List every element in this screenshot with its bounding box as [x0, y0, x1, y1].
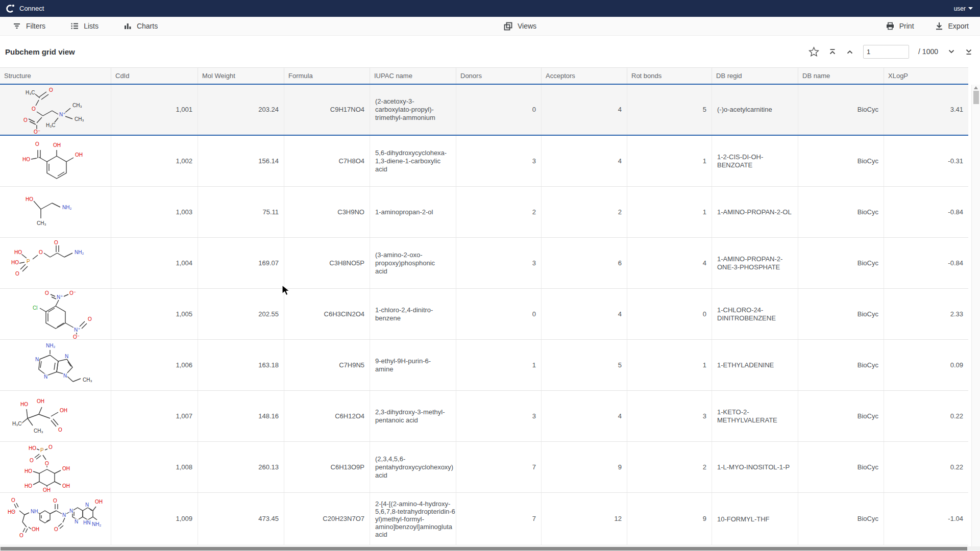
page-number-input[interactable] — [863, 45, 909, 59]
svg-text:OH: OH — [95, 499, 103, 505]
page-total: / 1000 — [918, 47, 938, 56]
scroll-to-top-icon[interactable] — [828, 48, 837, 56]
cell-rot-bonds: 4 — [627, 238, 712, 288]
structure-aminopropanone-phosphate: HOPO HOOO NH₂ — [0, 238, 111, 288]
views-button[interactable]: Views — [503, 21, 536, 31]
column-header-structure[interactable]: Structure — [0, 68, 111, 84]
cell-mol-weight: 203.24 — [198, 85, 284, 135]
charts-button[interactable]: Charts — [123, 21, 158, 31]
cell-db-name: BioCyc — [798, 289, 884, 339]
vertical-scrollbar[interactable] — [971, 85, 980, 546]
next-page-icon[interactable] — [947, 49, 955, 54]
cell-xlogp: -0.31 — [884, 136, 968, 186]
svg-text:CH₃: CH₃ — [37, 220, 46, 226]
cell-xlogp: -0.84 — [884, 238, 968, 288]
column-header-cdid[interactable]: CdId — [111, 68, 198, 84]
column-header-db-name[interactable]: DB name — [798, 68, 884, 84]
brand-name: Connect — [19, 5, 44, 12]
svg-text:NH₂: NH₂ — [92, 521, 101, 527]
table-row[interactable]: HOPO HOOO NH₂ 1,004 169.07 C3H8NO5P (3-a… — [0, 238, 968, 289]
cell-cdid: 1,003 — [111, 187, 198, 237]
cell-iupac-name: 2,3-dihydroxy-3-methyl- pentanoic acid — [370, 391, 456, 441]
cell-acceptors: 4 — [542, 391, 627, 441]
cell-mol-weight: 473.45 — [198, 493, 284, 545]
print-button[interactable]: Print — [886, 21, 914, 31]
cell-acceptors: 12 — [542, 493, 627, 545]
table-row[interactable]: OHO OOH NHO NO NN NHN OHNH₂ 1,009 473.45… — [0, 493, 968, 545]
svg-text:O: O — [53, 498, 57, 504]
cell-xlogp: 0.22 — [884, 391, 968, 441]
svg-text:NH₂: NH₂ — [75, 249, 84, 255]
svg-text:O: O — [45, 461, 49, 466]
column-header-acceptors[interactable]: Acceptors — [542, 68, 627, 84]
table-row[interactable]: HOPO OO HOHOOH OHOH 1,008 260.13 C6H13O9… — [0, 442, 968, 493]
svg-text:N: N — [75, 519, 78, 524]
vertical-scrollbar-thumb[interactable] — [973, 91, 979, 104]
cell-formula: C20H23N7O7 — [284, 493, 370, 545]
scrollbar-up-arrow-icon[interactable] — [974, 86, 978, 89]
scroll-to-bottom-icon[interactable] — [965, 48, 973, 56]
table-row[interactable]: H₃COO N⁺CH₃CH₃ H₃COO⁻ 1,001 203.24 C9H17… — [0, 85, 968, 136]
user-menu[interactable]: user — [954, 5, 973, 12]
export-label: Export — [948, 22, 969, 30]
svg-text:N: N — [69, 508, 73, 514]
favorite-star-icon[interactable] — [808, 46, 819, 57]
column-header-mol-weight[interactable]: Mol Weight — [198, 68, 284, 84]
structure-ethyladenine: NH₂ NN NN CH₃ — [0, 340, 111, 390]
svg-text:O: O — [58, 427, 62, 433]
cell-donors: 7 — [456, 442, 542, 492]
table-row[interactable]: ClN⁺ OO⁻ N⁺OO⁻ 1,005 202.55 C6H3ClN2O4 1… — [0, 289, 968, 340]
table-row[interactable]: HONH₂CH₃ 1,003 75.11 C3H9NO 1-aminopropa… — [0, 187, 968, 238]
column-header-rot-bonds[interactable]: Rot bonds — [627, 68, 712, 84]
column-header-db-regid[interactable]: DB regid — [712, 68, 798, 84]
views-label: Views — [518, 22, 536, 30]
svg-text:H₃C: H₃C — [12, 421, 22, 427]
svg-text:OH: OH — [75, 152, 83, 158]
svg-text:O: O — [49, 87, 53, 93]
caret-down-icon — [968, 7, 973, 10]
top-navbar: Connect user — [0, 0, 980, 17]
cell-donors: 2 — [456, 187, 542, 237]
column-header-donors[interactable]: Donors — [456, 68, 542, 84]
column-header-formula[interactable]: Formula — [284, 68, 370, 84]
svg-text:HO: HO — [29, 445, 36, 451]
column-header-xlogp[interactable]: XLogP — [884, 68, 968, 84]
lists-button[interactable]: Lists — [70, 21, 99, 31]
cell-xlogp: 0.09 — [884, 340, 968, 390]
cell-db-name: BioCyc — [798, 238, 884, 288]
svg-text:CH₃: CH₃ — [75, 116, 84, 122]
svg-text:O: O — [54, 527, 58, 532]
filters-button[interactable]: Filters — [12, 21, 45, 31]
svg-text:OH: OH — [37, 398, 44, 404]
structure-cis-dihydroxy-benzoate: OHO OHOH — [0, 136, 111, 186]
cell-acceptors: 4 — [542, 136, 627, 186]
svg-text:HO: HO — [22, 157, 30, 162]
svg-text:Cl: Cl — [33, 305, 37, 311]
horizontal-scrollbar[interactable] — [0, 546, 980, 551]
views-icon — [503, 21, 513, 31]
svg-text:N: N — [44, 374, 47, 380]
cell-acceptors: 4 — [542, 289, 627, 339]
cell-formula: C6H13O9P — [284, 442, 370, 492]
cell-iupac-name: 1-aminopropan-2-ol — [370, 187, 456, 237]
cell-donors: 0 — [456, 289, 542, 339]
svg-text:N⁺: N⁺ — [57, 294, 63, 300]
svg-text:HO: HO — [20, 402, 28, 407]
svg-text:HO: HO — [26, 196, 33, 202]
export-button[interactable]: Export — [935, 21, 969, 31]
table-row[interactable]: NH₂ NN NN CH₃ 1,006 163.18 C7H9N5 9-ethy… — [0, 340, 968, 391]
cell-acceptors: 5 — [542, 340, 627, 390]
svg-text:O: O — [19, 533, 23, 538]
column-header-iupac-name[interactable]: IUPAC name — [370, 68, 456, 84]
table-row[interactable]: H₃CHOCH₃ OHOOH 1,007 148.16 C6H12O4 2,3-… — [0, 391, 968, 442]
previous-page-icon[interactable] — [846, 49, 854, 54]
svg-text:P: P — [27, 259, 30, 264]
table-row[interactable]: OHO OHOH 1,002 156.14 C7H8O4 5,6-dihydro… — [0, 136, 968, 187]
structure-chlorodinitrobenzene: ClN⁺ OO⁻ N⁺OO⁻ — [0, 289, 111, 339]
svg-text:CH₃: CH₃ — [34, 428, 43, 434]
cell-mol-weight: 260.13 — [198, 442, 284, 492]
horizontal-scrollbar-thumb[interactable] — [1, 547, 967, 550]
cell-db-name: BioCyc — [798, 187, 884, 237]
cell-formula: C6H12O4 — [284, 391, 370, 441]
cell-rot-bonds: 9 — [627, 493, 712, 545]
